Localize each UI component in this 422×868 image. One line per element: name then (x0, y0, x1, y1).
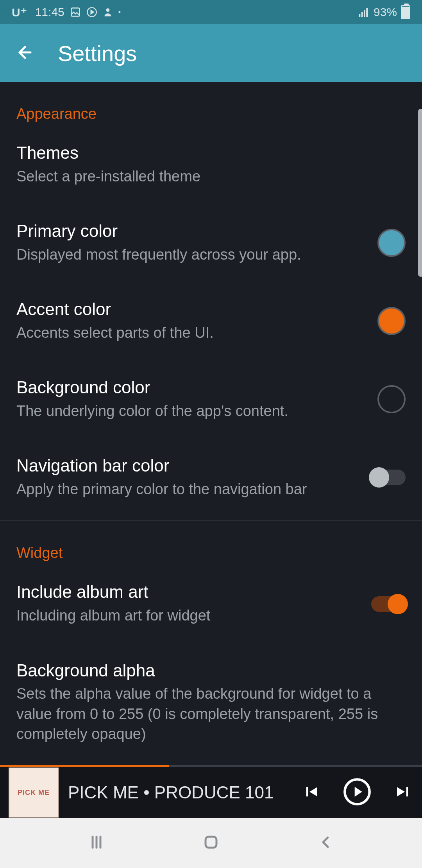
player-controls (302, 777, 413, 808)
album-art-label: PICK ME (18, 789, 50, 797)
system-nav-bar (0, 818, 422, 868)
carrier-label: U⁺ (12, 5, 27, 19)
image-icon (70, 7, 81, 18)
setting-background-alpha[interactable]: Background alpha Sets the alpha value of… (16, 643, 406, 767)
svg-rect-11 (206, 837, 216, 848)
setting-themes[interactable]: Themes Select a pre-installed theme (16, 126, 406, 204)
signal-icon (358, 6, 370, 18)
previous-button[interactable] (302, 782, 320, 803)
setting-include-album-art[interactable]: Include album art Including album art fo… (16, 565, 406, 643)
play-circle-icon (86, 7, 97, 18)
setting-subtitle: The underlying color of the app's conten… (16, 401, 366, 421)
status-right: 93% (358, 5, 410, 19)
page-title: Settings (58, 41, 137, 66)
setting-title: Navigation bar color (16, 456, 359, 476)
setting-subtitle: Accents select parts of the UI. (16, 323, 366, 343)
status-bar: U⁺ 11:45 • 93% (0, 0, 422, 24)
svg-rect-3 (359, 14, 360, 17)
settings-content[interactable]: Appearance Themes Select a pre-installed… (0, 82, 422, 767)
back-button[interactable] (16, 43, 34, 63)
toggle-include-album-art[interactable] (371, 596, 406, 612)
mini-player[interactable]: PICK ME PICK ME • PRODUCE 101 (0, 767, 422, 818)
color-swatch-background[interactable] (377, 385, 406, 413)
setting-title: Themes (16, 143, 394, 163)
setting-title: Primary color (16, 221, 366, 242)
svg-rect-4 (361, 12, 363, 17)
svg-rect-5 (364, 10, 365, 17)
toggle-nav-bar-color[interactable] (371, 470, 406, 485)
svg-point-2 (106, 8, 109, 12)
setting-subtitle: Displayed most frequently across your ap… (16, 245, 366, 265)
setting-nav-bar-color[interactable]: Navigation bar color Apply the primary c… (16, 438, 406, 516)
status-left: U⁺ 11:45 • (12, 5, 121, 19)
track-title: PICK ME • PRODUCE 101 (68, 783, 292, 802)
setting-subtitle: Select a pre-installed theme (16, 167, 394, 187)
section-header-widget: Widget (16, 521, 406, 565)
setting-subtitle: Sets the alpha value of the background f… (16, 684, 394, 744)
setting-title: Include album art (16, 582, 359, 603)
person-icon (103, 7, 113, 17)
setting-background-color[interactable]: Background color The underlying color of… (16, 360, 406, 438)
dot-icon: • (118, 8, 121, 16)
setting-subtitle: Apply the primary color to the navigatio… (16, 479, 359, 499)
album-art[interactable]: PICK ME (9, 768, 59, 818)
svg-rect-6 (366, 8, 368, 17)
setting-title: Accent color (16, 299, 366, 320)
battery-percent: 93% (374, 5, 397, 19)
next-button[interactable] (394, 782, 413, 803)
setting-subtitle: Including album art for widget (16, 606, 359, 626)
setting-primary-color[interactable]: Primary color Displayed most frequently … (16, 204, 406, 282)
recents-button[interactable] (87, 833, 106, 853)
clock: 11:45 (35, 5, 64, 19)
section-header-appearance: Appearance (16, 82, 406, 126)
toggle-knob (388, 594, 408, 614)
color-swatch-primary[interactable] (377, 229, 406, 257)
play-button[interactable] (342, 777, 372, 808)
setting-title: Background color (16, 377, 366, 398)
toggle-knob (369, 467, 389, 488)
app-bar: Settings (0, 24, 422, 82)
back-button-system[interactable] (316, 833, 335, 853)
scrollbar[interactable] (418, 109, 422, 277)
color-swatch-accent[interactable] (377, 307, 406, 335)
setting-accent-color[interactable]: Accent color Accents select parts of the… (16, 282, 406, 360)
setting-title: Background alpha (16, 660, 394, 681)
progress-fill (0, 765, 169, 767)
battery-icon (401, 5, 410, 19)
playback-progress[interactable] (0, 765, 422, 767)
home-button[interactable] (202, 833, 220, 853)
svg-rect-0 (71, 8, 79, 16)
